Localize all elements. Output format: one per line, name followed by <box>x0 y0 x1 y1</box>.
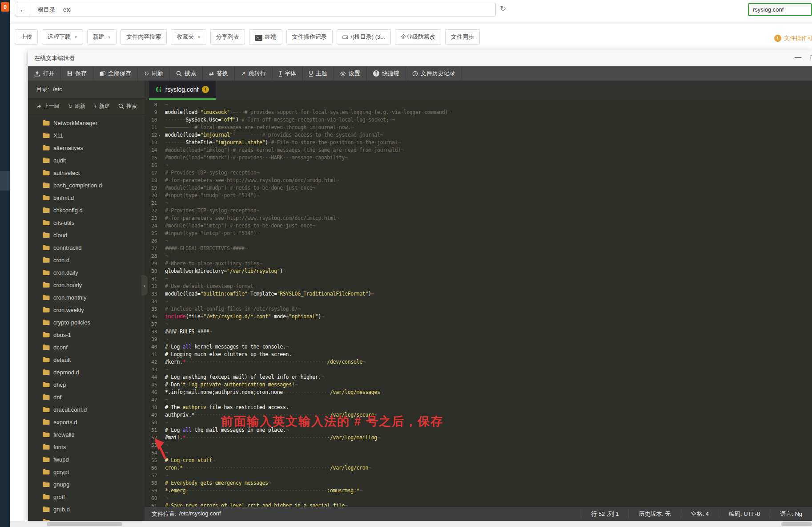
tree-folder-item[interactable]: cron.weekly <box>28 304 145 316</box>
status-cell[interactable]: 历史版本: 无 <box>628 510 680 519</box>
tree-folder-item[interactable]: default <box>28 353 145 366</box>
status-cell[interactable]: 行 52 ,列 1 <box>581 510 628 519</box>
tree-folder-item[interactable]: authselect <box>28 166 145 179</box>
tree-folder-item[interactable]: dbus-1 <box>28 328 145 341</box>
restore-icon[interactable]: □ <box>811 53 812 61</box>
tree-folder-item[interactable]: cloud <box>28 229 145 241</box>
tree-folder-item[interactable]: fonts <box>28 441 145 453</box>
tree-folder-item[interactable]: conntrackd <box>28 241 145 254</box>
tree-folder-item[interactable]: dracut.conf.d <box>28 403 145 416</box>
back-button[interactable]: ← <box>15 3 31 16</box>
tree-folder-item[interactable]: cifs-utils <box>28 216 145 229</box>
tree-hscrollbar-thumb[interactable] <box>47 522 122 526</box>
folder-name: gnupg <box>53 481 69 488</box>
breadcrumb-item[interactable]: 根目录 <box>37 6 56 14</box>
tree-action-button[interactable]: ↻ 刷新 <box>68 102 85 110</box>
editor-toolbar-button[interactable]: T 字体 <box>273 66 303 81</box>
rail-badge[interactable]: 0 <box>1 2 9 12</box>
tree-folder-item[interactable]: exports.d <box>28 416 145 428</box>
editor-toolbar-button[interactable]: 保存 <box>61 66 93 81</box>
code-line: 31¬ <box>145 275 812 283</box>
tree-folder-item[interactable]: cron.monthly <box>28 291 145 304</box>
editor-toolbar-button[interactable]: ↗ 跳转行 <box>235 66 273 81</box>
editor-toolbar-button[interactable]: ? 快捷键 <box>367 66 406 81</box>
tree-folder-item[interactable]: NetworkManager <box>28 117 145 129</box>
search-input[interactable] <box>748 3 812 16</box>
tree-folder-item[interactable]: X11 <box>28 129 145 142</box>
tree-folder-item[interactable]: cron.hourly <box>28 279 145 291</box>
tree-folder-item[interactable]: audit <box>28 154 145 166</box>
toolbar-button[interactable]: 企业级防篡改 <box>395 29 441 45</box>
refresh-icon[interactable]: ↻ <box>500 4 506 13</box>
toolbar-button[interactable]: 新建 ∨ <box>87 29 117 45</box>
code-line: 24#module(load="imtcp")·#·needs·to·be·do… <box>145 222 812 230</box>
toolbar-button[interactable]: 远程下载 ∨ <box>42 29 83 45</box>
code-line: 37¬ <box>145 320 812 328</box>
tree-folder-item[interactable]: chkconfig.d <box>28 204 145 216</box>
folder-name: cron.monthly <box>53 294 86 301</box>
toolbar-button[interactable]: 收藏夹 ∨ <box>171 29 206 45</box>
refresh-icon: ↻ <box>144 70 149 77</box>
editor-toolbar-button[interactable]: U 主题 <box>303 66 334 81</box>
editor-toolbar-button[interactable]: 设置 <box>334 66 367 81</box>
minimize-icon[interactable]: — <box>795 53 801 61</box>
editor-toolbar-button[interactable]: 打开 <box>28 66 61 81</box>
tree-action-button[interactable]: 搜索 <box>118 102 137 110</box>
tree-folder-item[interactable]: depmod.d <box>28 366 145 378</box>
tree-folder-item[interactable]: dhcp <box>28 378 145 391</box>
status-cell[interactable]: 语言: Ng <box>770 510 812 519</box>
tree-folder-item[interactable]: cron.daily <box>28 266 145 279</box>
status-cell[interactable]: 空格: 4 <box>681 510 719 519</box>
editor-toolbar-button[interactable]: ⇄ 替换 <box>203 66 235 81</box>
code-editor-area[interactable]: 8¬9module(load="imuxsock"·—···#·provides… <box>145 100 812 507</box>
tree-folder-item[interactable]: crypto-policies <box>28 316 145 328</box>
tree-folder-item[interactable]: dconf <box>28 341 145 353</box>
fold-gutter <box>157 298 163 305</box>
toolbar-button[interactable]: 文件操作记录 <box>286 29 333 45</box>
tree-folder-item[interactable]: gnupg <box>28 478 145 491</box>
fold-gutter <box>157 162 163 169</box>
tree-folder-item[interactable]: fwupd <box>28 453 145 466</box>
tree-folder-item[interactable]: firewalld <box>28 428 145 441</box>
tree-folder-item[interactable]: groff <box>28 491 145 503</box>
tree-folder-item[interactable]: alternatives <box>28 142 145 154</box>
line-number: 14 <box>145 146 157 154</box>
tree-folder-item[interactable]: gcrypt <box>28 466 145 478</box>
fold-gutter <box>157 426 163 434</box>
folder-icon <box>42 157 50 163</box>
tree-action-button[interactable]: 上一级 <box>36 102 60 110</box>
code-line: 42#kern.*·······························… <box>145 358 812 366</box>
tab-rsyslog-conf[interactable]: G rsyslog.conf ! <box>149 81 216 100</box>
editor-toolbar-button[interactable]: ↻ 刷新 <box>138 66 170 81</box>
page-hscrollbar-thumb[interactable] <box>781 522 812 526</box>
toolbar-button[interactable]: >_ 终端 <box>249 29 282 45</box>
breadcrumb-item[interactable]: etc <box>62 6 72 13</box>
tree-folder-item[interactable]: dnf <box>28 391 145 403</box>
editor-toolbar-button[interactable]: 搜索 <box>170 66 203 81</box>
line-number: 56 <box>145 464 157 472</box>
status-cell[interactable]: 编码: UTF-8 <box>719 510 770 519</box>
line-number: 44 <box>145 373 157 381</box>
fold-arrow-icon[interactable]: ▾ <box>157 131 163 139</box>
folder-icon <box>42 219 50 226</box>
fold-gutter <box>157 252 163 260</box>
toolbar-button[interactable]: 上传 <box>15 29 38 45</box>
toolbar-button[interactable]: 文件同步 <box>445 29 480 45</box>
code-line: 45#·Don't·log·private·authentication·mes… <box>145 381 812 389</box>
tree-folder-item[interactable]: binfmt.d <box>28 191 145 204</box>
tree-action-button[interactable]: + 新建 <box>94 102 110 110</box>
folder-name: fonts <box>53 444 66 450</box>
fold-gutter <box>157 116 163 124</box>
tree-folder-item[interactable]: grub.d <box>28 503 145 515</box>
tree-folder-item[interactable]: bash_completion.d <box>28 179 145 191</box>
toolbar-button[interactable]: 分享列表 <box>210 29 245 45</box>
editor-toolbar-button[interactable]: 文件历史记录 <box>406 66 462 81</box>
toolbar-button[interactable]: 文件内容搜索 <box>121 29 167 45</box>
tree-folder-item[interactable] <box>28 515 145 521</box>
editor-toolbar-button[interactable]: 全部保存 <box>93 66 138 81</box>
toolbar-button[interactable]: /(根目录) (3... <box>337 29 391 45</box>
tree-collapse-handle[interactable]: ‹ <box>141 275 148 296</box>
tree-folder-item[interactable]: cron.d <box>28 254 145 266</box>
code-line: 35#·Include·all·config·files·in·/etc/rsy… <box>145 305 812 313</box>
file-operation-notice[interactable]: ! 文件操作可使 <box>774 34 812 42</box>
